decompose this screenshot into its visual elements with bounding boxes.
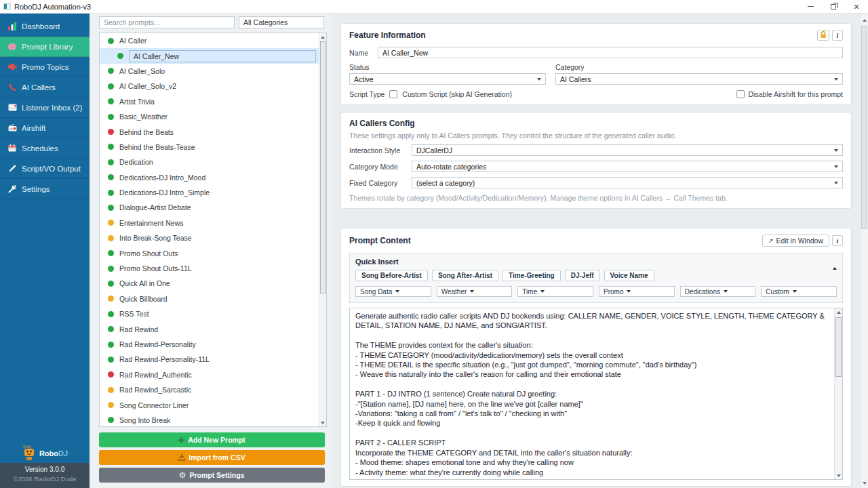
custom-script-checkbox[interactable] [389,90,397,98]
list-item[interactable]: Rad Rewind_Sarcastic [100,382,319,397]
status-dot-green [117,53,123,59]
list-item[interactable]: Dedications-DJ Intro_Mood [100,170,319,185]
collapse-up-icon[interactable] [833,259,837,267]
prompt-list-panel: All Categories AI CallerAI Caller_NewAI … [90,14,332,488]
quick-insert-dedications-dropdown[interactable]: Dedications [680,286,756,297]
quick-insert-promo-dropdown[interactable]: Promo [599,286,675,297]
textarea-scrollbar-thumb[interactable] [835,317,842,377]
list-item[interactable]: Quick All in One [100,276,319,291]
fixed-category-select[interactable]: (select a category) [412,177,843,188]
status-select[interactable]: Active [349,73,546,85]
scroll-up-icon[interactable] [861,16,868,24]
list-item[interactable]: Song Connector Liner [100,397,319,412]
list-item[interactable]: Dialogue-Artist Debate [100,200,319,215]
scroll-down-icon[interactable] [319,419,326,426]
list-item[interactable]: Quick Billboard [100,291,319,306]
list-scrollbar-thumb[interactable] [320,41,326,293]
list-item[interactable]: Dedication [100,155,319,169]
prompt-name: Entertainment News [119,219,184,227]
sidebar-item-prompt-library[interactable]: Prompt Library [0,37,90,57]
list-item[interactable]: Entertainment News [100,216,319,230]
list-item[interactable]: RSS Test [100,306,319,321]
chevron-down-icon [395,290,399,293]
list-item[interactable]: Basic_Weather [100,109,319,124]
import-from-csv-button[interactable]: Import from CSV [99,450,325,465]
status-dot-green [108,98,114,104]
sidebar-item-promo-topics[interactable]: Promo Topics [0,57,90,77]
main-content: Feature Information i Name AI Caller_New… [332,14,868,488]
textarea-scrollbar[interactable] [834,308,842,479]
list-item[interactable]: Behind the Beats [100,124,319,139]
sidebar-item-dashboard[interactable]: Dashboard [0,16,90,37]
search-input[interactable] [99,16,235,28]
category-mode-select[interactable]: Auto-rotate categories [412,161,843,172]
list-item[interactable]: Dedications-DJ Intro_Simple [100,185,319,200]
quick-insert-custom-dropdown[interactable]: Custom [761,286,837,297]
quick-insert-voice-name-button[interactable]: Voice Name [604,270,654,281]
feature-info-button[interactable]: i [832,30,843,41]
scroll-up-icon[interactable] [319,33,326,41]
fixed-category-label: Fixed Category [349,179,412,187]
quick-insert-dj-jeff-button[interactable]: DJ-Jeff [565,270,600,281]
category-filter-select[interactable]: All Categories [239,16,324,28]
main-scrollbar[interactable] [860,14,868,488]
prompt-text-wrap: Generate authentic radio caller scripts … [349,308,843,480]
list-item[interactable]: Rad Rewind [100,321,319,336]
quick-insert-time-greeting-button[interactable]: Time-Greeting [502,270,561,281]
quick-insert-song-data-dropdown[interactable]: Song Data [355,286,431,297]
scroll-down-icon[interactable] [835,472,842,479]
list-item[interactable]: AI Caller_Solo_v2 [100,79,319,94]
restore-button[interactable] [822,0,845,13]
list-item[interactable]: Behind the Beats-Tease [100,140,319,155]
add-new-prompt-button[interactable]: Add New Prompt [99,432,325,447]
quick-insert-time-dropdown[interactable]: Time [517,286,593,297]
list-item[interactable]: AI Caller_Solo [100,64,319,79]
sidebar-item-ai-callers[interactable]: AI Callers [0,77,90,98]
dropdown-label: Promo [604,288,623,296]
quick-insert-song-after-artist-button[interactable]: Song After-Artist [432,270,498,281]
list-item[interactable]: Rad Rewind_Authentic [100,367,319,382]
name-input[interactable]: AI Caller_New [378,47,843,58]
feature-information-title: Feature Information [349,30,426,40]
list-scrollbar[interactable] [319,33,326,426]
external-arrow-icon: ↗ [768,237,774,244]
prompt-content-info-button[interactable]: i [832,235,843,246]
scroll-down-icon[interactable] [861,479,868,487]
list-item[interactable]: Into Break-Song Tease [100,230,319,245]
prompt-name: Behind the Beats-Tease [119,143,195,151]
list-item[interactable]: Song Into Break [100,413,319,427]
sidebar-item-schedules[interactable]: Schedules [0,138,90,159]
scroll-up-icon[interactable] [835,308,842,316]
list-item[interactable]: Promo Shout Outs-11L [100,261,319,276]
sidebar-item-airshift[interactable]: Airshift [0,118,90,138]
lock-button[interactable] [817,30,829,41]
selected-prompt-box[interactable]: AI Caller_New [129,50,316,62]
sidebar-item-listener-inbox-2[interactable]: Listener Inbox (2) [0,98,90,118]
minimize-button[interactable] [799,0,822,13]
disable-airshift-checkbox[interactable] [736,90,745,98]
sidebar-item-label: Dashboard [22,22,60,30]
list-item[interactable]: Rad Rewind-Personality-11L [100,352,319,367]
interaction-style-select[interactable]: DJCallerDJ [412,144,843,156]
category-select[interactable]: AI Callers [555,73,843,85]
custom-script-label: Custom Script (skip AI Generation) [402,90,512,98]
edit-in-window-button[interactable]: ↗ Edit in Window [762,235,829,247]
chevron-down-icon [834,165,838,168]
quick-insert-song-before-artist-button[interactable]: Song Before-Artist [355,270,428,281]
list-item[interactable]: AI Caller [100,33,319,48]
prompt-text-area[interactable]: Generate authentic radio caller scripts … [350,308,834,479]
feature-information-card: Feature Information i Name AI Caller_New… [340,23,852,105]
prompt-settings-button[interactable]: Prompt Settings [99,468,325,483]
list-item[interactable]: AI Caller_New [100,48,319,63]
list-item[interactable]: Artist Trivia [100,94,319,109]
status-dot-green [108,144,114,150]
calendar-icon [7,144,17,152]
list-item[interactable]: Promo Shout Outs [100,245,319,260]
main-scrollbar-thumb[interactable] [861,26,867,229]
quick-insert-weather-dropdown[interactable]: Weather [437,286,513,297]
sidebar-item-script-vo-output[interactable]: Script/VO Output [0,159,90,179]
status-dot-green [108,205,114,211]
sidebar-item-settings[interactable]: Settings [0,179,90,199]
close-button[interactable]: × [845,0,868,13]
list-item[interactable]: Rad Rewind-Personality [100,337,319,352]
